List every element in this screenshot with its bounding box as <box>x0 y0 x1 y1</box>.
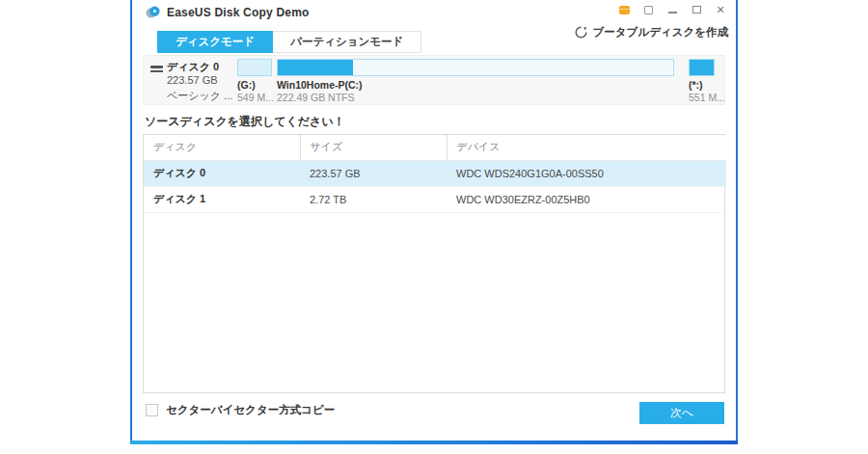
disk0-size: 223.57 GB <box>300 160 447 186</box>
maximize-button[interactable] <box>691 4 702 15</box>
app-logo-icon <box>146 5 160 19</box>
next-button[interactable]: 次へ <box>639 402 724 424</box>
disk1-device: WDC WD30EZRZ-00Z5HB0 <box>447 186 726 212</box>
disk-capacity: 223.57 GB <box>167 74 218 86</box>
window-bottom-border <box>130 441 738 444</box>
partition-c <box>277 59 674 76</box>
tab-partition-mode-label: パーティションモード <box>290 35 403 49</box>
title-bar: EaseUS Disk Copy Demo ✕ <box>132 0 736 25</box>
disk1-size: 2.72 TB <box>300 186 447 212</box>
table-row-disk1[interactable]: ディスク 1 2.72 TB WDC WD30EZRZ-00Z5HB0 <box>144 186 726 212</box>
disk-name: ディスク 0 <box>167 60 219 74</box>
disk-table: ディスク サイズ デバイス ディスク 0 223.57 GB WDC WDS24… <box>143 134 725 393</box>
disk0-device: WDC WDS240G1G0A-00SS50 <box>447 160 726 186</box>
disk-type: ベーシック ... <box>167 89 232 103</box>
window-controls: ✕ <box>618 4 726 15</box>
disk1-name: ディスク 1 <box>144 186 300 212</box>
table-row-disk0[interactable]: ディスク 0 223.57 GB WDC WDS240G1G0A-00SS50 <box>144 160 726 186</box>
app-window: EaseUS Disk Copy Demo ✕ ディスクモード パーティションモ… <box>130 0 738 441</box>
sector-by-sector-option[interactable]: セクターバイセクター方式コピー <box>146 403 335 417</box>
partition-c-label: Win10Home-P(C:) <box>277 79 363 91</box>
disk-overview-panel: ディスク 0 223.57 GB ベーシック ... (G:) 549 M...… <box>143 55 725 105</box>
partition-recovery <box>689 59 715 76</box>
partition-g-size: 549 M... <box>237 92 274 103</box>
sector-by-sector-label: セクターバイセクター方式コピー <box>166 403 335 417</box>
bootable-disk-icon <box>575 26 587 39</box>
partition-g <box>237 59 272 76</box>
table-header-row: ディスク サイズ デバイス <box>144 135 726 160</box>
minimize-button[interactable] <box>666 4 678 15</box>
feedback-icon[interactable] <box>642 4 654 15</box>
mode-tabs: ディスクモード パーティションモード <box>157 31 421 53</box>
bootable-disk-label: ブータブルディスクを作成 <box>593 25 728 40</box>
column-header-size: サイズ <box>300 135 447 160</box>
screenshot-stage: EaseUS Disk Copy Demo ✕ ディスクモード パーティションモ… <box>0 0 868 454</box>
tab-disk-mode-label: ディスクモード <box>176 35 255 49</box>
tab-partition-mode[interactable]: パーティションモード <box>273 31 421 53</box>
upgrade-icon[interactable] <box>618 4 630 15</box>
partition-c-used <box>278 60 353 75</box>
close-button[interactable]: ✕ <box>715 4 726 15</box>
partition-recovery-label: (*:) <box>689 79 703 91</box>
column-header-disk: ディスク <box>144 135 300 160</box>
partition-recovery-size: 551 M... <box>689 92 725 103</box>
select-source-heading: ソースディスクを選択してください！ <box>145 114 345 130</box>
sector-by-sector-checkbox[interactable] <box>146 404 158 416</box>
tab-disk-mode[interactable]: ディスクモード <box>157 31 273 53</box>
partition-g-label: (G:) <box>237 79 256 91</box>
create-bootable-disk-link[interactable]: ブータブルディスクを作成 <box>575 25 728 40</box>
partition-c-size: 222.49 GB NTFS <box>277 92 355 103</box>
partition-recovery-used <box>690 60 714 75</box>
drive-icon <box>150 66 163 72</box>
window-title: EaseUS Disk Copy Demo <box>167 6 310 19</box>
disk0-name: ディスク 0 <box>144 160 300 186</box>
column-header-device: デバイス <box>447 135 726 160</box>
